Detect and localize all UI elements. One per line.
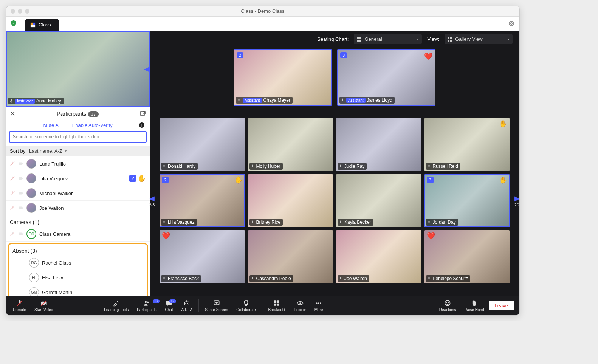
participants-list[interactable]: Luna Trujillo Lilia Vazquez ? ✋ Michael …	[6, 156, 150, 296]
camera-avatar: CC	[26, 229, 36, 239]
mute-all-link[interactable]: Mute All	[43, 122, 60, 128]
participant-row[interactable]: Luna Trujillo	[6, 156, 150, 171]
gallery-tile[interactable]: ❤️ Penelope Schultz	[424, 230, 510, 283]
absent-row[interactable]: GM Garrett Martin	[9, 285, 147, 296]
share-icon	[213, 299, 220, 307]
mic-icon	[338, 276, 343, 281]
share-screen-button[interactable]: ˆ Share Screen	[201, 299, 232, 312]
people-icon	[143, 299, 150, 307]
tab-class[interactable]: Class	[25, 19, 59, 31]
grid-icon	[357, 37, 361, 42]
avatar	[26, 188, 36, 198]
view-dropdown[interactable]: Gallery View ▾	[445, 34, 513, 44]
gallery-tile[interactable]: ✋ Russell Reid	[424, 118, 510, 171]
gallery-tile[interactable]: 3✋ Jordan Day	[424, 174, 510, 228]
app-window: Class - Demo Class Class Instructor Anne…	[6, 6, 520, 316]
robot-icon	[183, 299, 191, 307]
gallery-tile[interactable]: Judie Ray	[336, 118, 421, 171]
collaborate-button[interactable]: Collaborate	[232, 299, 259, 312]
gallery-tile[interactable]: Kayla Becker	[336, 174, 421, 228]
speech-badge: 3	[340, 52, 347, 58]
avatar	[26, 173, 36, 183]
mic-icon	[427, 220, 431, 225]
close-panel-button[interactable]: ✕	[10, 110, 15, 118]
raised-hand-icon: ✋	[234, 176, 243, 184]
view-label: View:	[427, 36, 439, 42]
learning-tools-button[interactable]: Learning Tools	[100, 299, 132, 312]
svg-point-68	[320, 302, 321, 304]
mic-icon	[237, 98, 241, 102]
popout-icon	[140, 111, 146, 117]
question-badge: ?	[129, 175, 136, 182]
ai-ta-button[interactable]: A.I. TA	[178, 299, 197, 312]
auto-verify-link[interactable]: Enable Auto-Verify	[72, 122, 113, 128]
gallery-next[interactable]: ▶2/3	[514, 194, 519, 207]
gallery-tile[interactable]: Cassandra Poole	[248, 230, 333, 283]
mic-icon	[250, 220, 255, 225]
proctor-button[interactable]: Proctor	[290, 299, 310, 312]
seating-dropdown[interactable]: General ▾	[354, 34, 422, 44]
chat-button[interactable]: 17 Chat	[161, 299, 177, 312]
mic-icon	[162, 276, 166, 281]
sort-row[interactable]: Sort by: Last name, A-Z ▾	[6, 146, 150, 156]
search-input[interactable]	[9, 131, 147, 143]
gallery-tile[interactable]: Britney Rice	[248, 174, 333, 228]
svg-point-4	[509, 21, 514, 26]
unmute-button[interactable]: ˆ Unmute	[9, 299, 30, 312]
tile-name: Donald Hardy	[168, 164, 195, 169]
gear-icon[interactable]	[508, 20, 515, 27]
mic-icon	[162, 220, 166, 225]
bulb-icon	[242, 299, 250, 307]
absent-row[interactable]: EL Elsa Levy	[9, 270, 147, 285]
tile-name: Joe Walton	[344, 276, 367, 281]
raised-hand-icon: ✋	[499, 119, 507, 128]
svg-rect-29	[448, 37, 449, 39]
popout-button[interactable]	[140, 111, 146, 117]
svg-rect-54	[185, 302, 189, 305]
svg-point-51	[145, 301, 147, 303]
assistant-video-tile[interactable]: 2 Assistant Chaya Meyer	[234, 49, 332, 106]
collapse-left-icon[interactable]: ◀	[144, 64, 150, 73]
speech-badge: 3	[427, 177, 434, 183]
svg-rect-37	[340, 164, 341, 167]
svg-rect-28	[359, 40, 361, 42]
participant-row[interactable]: Michael Walker	[6, 186, 150, 201]
tile-name: Francisco Beck	[168, 276, 199, 281]
breakout-button[interactable]: Breakout+	[265, 299, 290, 312]
leave-button[interactable]: Leave	[489, 301, 514, 310]
gallery-tile[interactable]: ❤️ Francisco Beck	[160, 230, 245, 283]
start-video-button[interactable]: ˆ Start Video	[31, 299, 57, 312]
avatar: EL	[29, 273, 39, 282]
absent-name: Elsa Levy	[42, 275, 63, 280]
svg-point-66	[316, 302, 317, 304]
hand-icon	[470, 299, 478, 307]
camera-icon	[18, 231, 23, 237]
mic-muted-icon	[10, 161, 15, 166]
info-icon[interactable]: i	[139, 122, 144, 128]
svg-rect-61	[277, 300, 279, 303]
svg-point-65	[299, 302, 301, 304]
instructor-video-tile[interactable]: Instructor Anne Malley ◀	[6, 31, 150, 107]
participant-name: Luna Trujillo	[39, 161, 66, 167]
gallery-tile[interactable]: Joe Walton	[336, 230, 421, 283]
participants-button[interactable]: 37 Participants	[133, 299, 160, 312]
participant-row[interactable]: Lilia Vazquez ? ✋	[6, 171, 150, 186]
role-badge: Assistant	[243, 98, 262, 103]
svg-rect-6	[11, 99, 12, 102]
gallery-tile[interactable]: Donald Hardy	[160, 118, 245, 171]
camera-row[interactable]: CC Class Camera	[6, 227, 150, 242]
svg-rect-18	[19, 192, 22, 195]
role-badge: Assistant	[346, 98, 366, 103]
absent-row[interactable]: RG Rachel Glass	[9, 256, 147, 270]
svg-rect-2	[31, 25, 33, 27]
gallery-tile[interactable]: ?✋ Lilia Vazquez	[160, 174, 245, 228]
more-button[interactable]: More	[311, 299, 327, 312]
gallery-prev[interactable]: ◀2/3	[149, 194, 155, 207]
assistant-video-tile[interactable]: 3 ❤️ Assistant James Lloyd	[337, 49, 435, 106]
gallery-tile[interactable]: Molly Huber	[248, 118, 333, 171]
raise-hand-button[interactable]: Raise Hand	[460, 299, 488, 312]
svg-rect-38	[428, 164, 429, 167]
participant-row[interactable]: Joe Walton	[6, 201, 150, 215]
tile-name: Lilia Vazquez	[168, 220, 195, 225]
reactions-button[interactable]: ˆ Reactions	[435, 299, 460, 312]
